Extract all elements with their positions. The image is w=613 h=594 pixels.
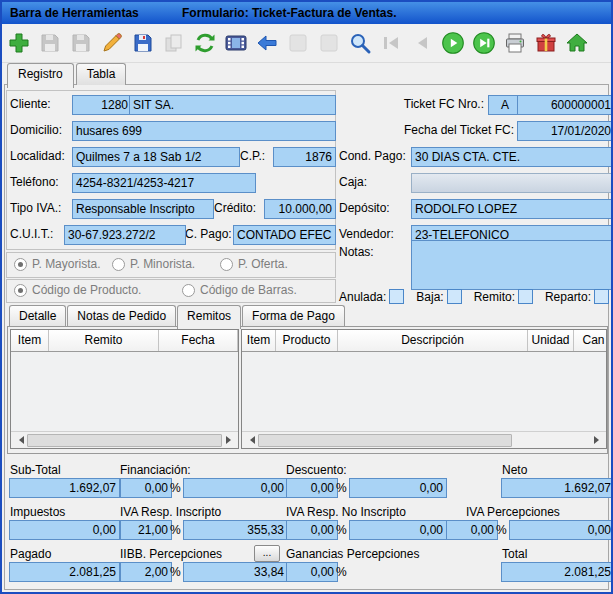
impuestos-field[interactable]: 0,00: [9, 520, 120, 540]
reparto-checkbox[interactable]: [594, 289, 609, 304]
cuit-field[interactable]: 30-67.923.272/2: [64, 225, 186, 245]
anulada-checkbox[interactable]: [389, 289, 404, 304]
percent-sign: %: [170, 565, 181, 579]
subtotal-field[interactable]: 1.692,07: [9, 478, 120, 498]
descuento-pct-field[interactable]: 0,00: [286, 478, 338, 498]
gift-icon: [534, 31, 558, 55]
nav-last-button[interactable]: [469, 27, 499, 59]
total-field[interactable]: 2.081,25: [501, 562, 613, 582]
disabled-tool-1-button: [283, 27, 313, 59]
undo-button[interactable]: [252, 27, 282, 59]
radio-oferta: P. Oferta.: [220, 257, 288, 271]
cond-pago-field[interactable]: 30 DIAS CTA. CTE.: [411, 147, 613, 167]
financiacion-pct-field[interactable]: 0,00: [120, 478, 172, 498]
hscroll-right-arrow[interactable]: [222, 433, 238, 448]
save-record-button[interactable]: [128, 27, 158, 59]
fecha-ticket-label: Fecha del Ticket FC:: [389, 123, 514, 137]
financiacion-val-field[interactable]: 0,00: [183, 478, 288, 498]
cp-field[interactable]: 1876: [273, 147, 336, 167]
hscroll-left-arrow[interactable]: [11, 433, 27, 448]
home-button[interactable]: [562, 27, 592, 59]
percent-sign: %: [336, 481, 347, 495]
subtotal-label: Sub-Total: [10, 463, 61, 477]
hscroll-thumb[interactable]: [27, 434, 222, 447]
refresh-button[interactable]: [190, 27, 220, 59]
iibb-ellipsis-button[interactable]: ...: [254, 545, 280, 562]
new-button[interactable]: [4, 27, 34, 59]
iva-rni-pct-field[interactable]: 0,00: [286, 520, 338, 540]
iva-perc-pct-field[interactable]: 0,00: [446, 520, 498, 540]
edit-button[interactable]: [97, 27, 127, 59]
gift-button[interactable]: [531, 27, 561, 59]
detail-tab-strip: Detalle Notas de Pedido Remitos Forma de…: [9, 305, 346, 327]
tipo-iva-field[interactable]: Responsable Inscripto: [72, 199, 214, 219]
baja-checkbox[interactable]: [447, 289, 462, 304]
col-header-descripcion[interactable]: Descripción: [338, 330, 528, 351]
notas-field[interactable]: [411, 240, 613, 290]
col-header-unidad[interactable]: Unidad: [528, 330, 574, 351]
radio-codigo-barras: Código de Barras.: [182, 283, 297, 297]
remitos-grid-header: Item Remito Fecha: [11, 330, 238, 352]
tab-registro[interactable]: Registro: [7, 63, 74, 88]
descuento-val-field[interactable]: 0,00: [349, 478, 447, 498]
iva-ri-val-field[interactable]: 355,33: [183, 520, 288, 540]
cliente-code-field[interactable]: 1280: [72, 95, 132, 115]
remitos-tab-panel: Item Remito Fecha Item Producto Descripc…: [7, 326, 608, 454]
ganancias-label: Ganancias Percepciones: [286, 547, 419, 561]
ganancias-pct-field[interactable]: 0,00: [286, 562, 338, 582]
hscroll-right-arrow[interactable]: [590, 433, 606, 448]
nav-previous-button: [407, 27, 437, 59]
deposito-field[interactable]: RODOLFO LOPEZ: [411, 199, 613, 219]
play-last-icon: [471, 30, 497, 56]
col-header-fecha[interactable]: Fecha: [159, 330, 238, 351]
nav-next-button[interactable]: [438, 27, 468, 59]
save-as-button: [66, 27, 96, 59]
print-button[interactable]: [500, 27, 530, 59]
telefono-field[interactable]: 4254-8321/4253-4217: [72, 173, 256, 193]
media-button[interactable]: [221, 27, 251, 59]
home-icon: [565, 31, 589, 55]
tab-detalle[interactable]: Detalle: [9, 305, 66, 327]
ticket-nro-field[interactable]: 600000001: [517, 95, 613, 115]
credito-label: Crédito:: [214, 201, 256, 215]
tab-forma-de-pago[interactable]: Forma de Pago: [242, 305, 345, 327]
cliente-name-field[interactable]: SIT SA.: [129, 95, 336, 115]
hscroll-left-arrow[interactable]: [242, 433, 258, 448]
percent-sign: %: [170, 523, 181, 537]
radio-oferta-label: P. Oferta.: [238, 257, 288, 271]
col-header-item[interactable]: Item: [11, 330, 49, 351]
tab-remitos[interactable]: Remitos: [177, 305, 241, 329]
cpago-field[interactable]: CONTADO EFEC: [233, 225, 336, 245]
iva-rni-val-field[interactable]: 0,00: [349, 520, 447, 540]
radio-codigo-producto: Código de Producto.: [14, 283, 141, 297]
iibb-val-field[interactable]: 33,84: [183, 562, 288, 582]
baja-label: Baja:: [416, 290, 443, 304]
search-button[interactable]: [345, 27, 375, 59]
iva-perc-val-field[interactable]: 0,00: [509, 520, 613, 540]
col-header-producto[interactable]: Producto: [276, 330, 338, 351]
deposito-label: Depósito:: [339, 201, 390, 215]
localidad-field[interactable]: Quilmes 7 a 18 Sab 1/2: [72, 147, 240, 167]
blank-icon: [286, 31, 310, 55]
neto-label: Neto: [502, 463, 527, 477]
title-left: Barra de Herramientas: [10, 6, 182, 20]
domicilio-field[interactable]: husares 699: [72, 121, 336, 141]
tab-tabla[interactable]: Tabla: [76, 63, 127, 85]
neto-field[interactable]: 1.692,07: [501, 478, 613, 498]
tab-notas-de-pedido[interactable]: Notas de Pedido: [67, 305, 176, 327]
hscroll-thumb[interactable]: [258, 434, 512, 447]
cond-pago-label: Cond. Pago:: [339, 149, 406, 163]
iibb-pct-field[interactable]: 2,00: [120, 562, 172, 582]
col-header-cantidad[interactable]: Can: [574, 330, 607, 351]
iva-ri-pct-field[interactable]: 21,00: [120, 520, 172, 540]
disabled-tool-2-button: [314, 27, 344, 59]
radio-icon: [112, 258, 125, 271]
col-header-remito[interactable]: Remito: [49, 330, 159, 351]
col-header-item[interactable]: Item: [242, 330, 276, 351]
fecha-ticket-field[interactable]: 17/01/2020: [517, 121, 613, 141]
percent-sign: %: [496, 523, 507, 537]
remito-checkbox[interactable]: [518, 289, 533, 304]
credito-field[interactable]: 10.000,00: [264, 199, 336, 219]
pagado-field[interactable]: 2.081,25: [9, 562, 120, 582]
iva-rni-label: IVA Resp. No Inscripto: [286, 505, 406, 519]
